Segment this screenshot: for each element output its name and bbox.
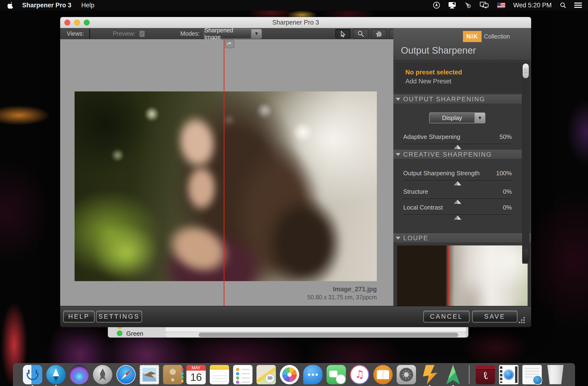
select-tool-button[interactable]: [335, 29, 351, 39]
location-icon[interactable]: [433, 2, 440, 9]
menu-clock[interactable]: Wed 5:20 PM: [513, 2, 552, 9]
device-dropdown[interactable]: Display ▼: [429, 113, 485, 123]
slider-track[interactable]: [403, 180, 512, 181]
display-icon[interactable]: [448, 2, 456, 9]
title-bar[interactable]: Sharpener Pro 3: [60, 17, 531, 28]
save-button[interactable]: SAVE: [472, 311, 517, 322]
modes-dropdown[interactable]: Sharpened Image ▼: [204, 29, 262, 39]
background-window-sidebar: Green: [108, 327, 166, 338]
modes-dropdown-arrow-icon[interactable]: ▼: [251, 29, 262, 39]
system-preferences-icon: [397, 365, 416, 384]
dock-itunes[interactable]: [349, 364, 370, 385]
split-orientation-handle[interactable]: [225, 40, 234, 48]
quicktime-document-icon: [499, 365, 518, 384]
dock-acrobat-folder[interactable]: [475, 364, 496, 385]
view-single-button[interactable]: [90, 29, 90, 39]
nik-badge: NiK: [463, 31, 482, 42]
scrollbar-thumb[interactable]: [523, 64, 529, 78]
section-output-title: OUTPUT SHARPENING: [403, 96, 485, 103]
section-creative-sharpening[interactable]: CREATIVE SHARPENING: [393, 150, 522, 159]
background-window-hscrollbar[interactable]: [166, 332, 466, 338]
dock-plugin-green[interactable]: [443, 364, 463, 385]
dock-contacts[interactable]: [162, 364, 183, 385]
dock-calendar[interactable]: MAY16: [186, 364, 207, 385]
background-window-fragment[interactable]: Green: [108, 327, 468, 338]
preview-checkbox[interactable]: ✓: [139, 30, 145, 37]
image-canvas[interactable]: Image_271.jpg 50.80 x 31.75 cm, 37ppcm: [60, 39, 393, 323]
section-output-sharpening[interactable]: OUTPUT SHARPENING: [393, 94, 522, 104]
slider-track[interactable]: [403, 199, 512, 199]
section-loupe-title: LOUPE: [403, 235, 428, 242]
dock-mail[interactable]: [139, 364, 160, 385]
slider-track[interactable]: [403, 214, 512, 215]
modes-dropdown-value[interactable]: Sharpened Image: [204, 29, 251, 39]
slider-track[interactable]: [403, 144, 512, 144]
dock-trash[interactable]: [545, 364, 566, 385]
dock-siri[interactable]: [69, 364, 90, 385]
dock-compass-app[interactable]: [45, 364, 66, 385]
cancel-button[interactable]: CANCEL: [423, 311, 470, 322]
photos-icon: [280, 365, 299, 384]
dock-safari[interactable]: [116, 364, 136, 385]
notification-center-icon[interactable]: [574, 2, 582, 8]
modes-label: Modes:: [180, 30, 200, 37]
slider-output-sharpening-strength[interactable]: Output Sharpening Strength 100%: [403, 170, 512, 181]
device-dropdown-arrow-icon[interactable]: ▼: [475, 113, 485, 123]
dock-document-app[interactable]: [522, 364, 543, 385]
help-button[interactable]: HELP: [63, 311, 95, 322]
dock-finder[interactable]: [22, 364, 43, 385]
section-loupe[interactable]: LOUPE: [393, 233, 531, 243]
zoom-tool-button[interactable]: [353, 29, 369, 39]
apple-menu-icon[interactable]: [8, 2, 14, 9]
remote-play-icon[interactable]: [464, 2, 472, 9]
device-dropdown-value[interactable]: Display: [429, 113, 475, 123]
window-footer: HELP SETTINGS CANCEL SAVE: [60, 306, 531, 327]
dock-reminders[interactable]: [232, 364, 253, 385]
dock-quicktime-document[interactable]: [498, 364, 519, 385]
pan-tool-button[interactable]: [371, 29, 386, 39]
slider-marker[interactable]: [454, 200, 461, 204]
dock-launchpad[interactable]: [92, 364, 113, 385]
dock-plugin-orange[interactable]: [419, 364, 440, 385]
panel-scrollbar[interactable]: [522, 62, 529, 264]
nik-word: Collection: [484, 33, 510, 40]
panel-body: No preset selected Add New Preset OUTPUT…: [393, 60, 531, 323]
zoom-button[interactable]: [84, 20, 90, 25]
us-flag-icon[interactable]: [497, 3, 505, 8]
dock-ibooks[interactable]: [373, 364, 393, 385]
trash-icon: [546, 365, 565, 384]
maps-icon: [256, 365, 276, 384]
dock-messages[interactable]: [302, 364, 323, 385]
nik-collection-logo: NiK Collection: [463, 31, 510, 42]
dock-photos[interactable]: [279, 364, 300, 385]
add-new-preset-link[interactable]: Add New Preset: [405, 78, 451, 85]
resize-grip[interactable]: [517, 316, 525, 324]
sharpener-window: Sharpener Pro 3 Views: Preview: ✓ Modes:…: [60, 17, 531, 327]
dock-facetime[interactable]: [326, 364, 347, 385]
dock-maps[interactable]: [256, 364, 276, 385]
split-preview-line[interactable]: [224, 39, 224, 323]
slider-structure[interactable]: Structure 0%: [403, 188, 512, 199]
slider-local-contrast[interactable]: Local Contrast 0%: [403, 204, 512, 215]
magnifier-icon: [357, 30, 364, 37]
display-mirroring-icon[interactable]: [480, 2, 489, 9]
running-indicator: [429, 385, 431, 386]
dock-notes[interactable]: [209, 364, 230, 385]
hscrollbar-thumb[interactable]: [199, 333, 458, 337]
close-button[interactable]: [64, 20, 70, 25]
window-title: Sharpener Pro 3: [272, 19, 319, 26]
messages-icon: [303, 365, 323, 384]
dock-system-preferences[interactable]: [396, 364, 417, 385]
spotlight-search-icon[interactable]: [560, 2, 566, 8]
slider-marker[interactable]: [454, 215, 461, 220]
settings-button[interactable]: SETTINGS: [96, 311, 142, 322]
slider-marker[interactable]: [454, 145, 461, 149]
menu-bar: Sharpener Pro 3 Help Wed 5:20 PM: [0, 0, 588, 10]
single-view-icon: [90, 31, 90, 37]
minimize-button[interactable]: [74, 20, 80, 25]
menu-app-name[interactable]: Sharpener Pro 3: [22, 2, 71, 9]
menu-help[interactable]: Help: [81, 2, 95, 9]
green-tag-label[interactable]: Green: [126, 330, 143, 337]
slider-adaptive-sharpening[interactable]: Adaptive Sharpening 50%: [403, 133, 512, 144]
slider-marker[interactable]: [454, 181, 461, 185]
